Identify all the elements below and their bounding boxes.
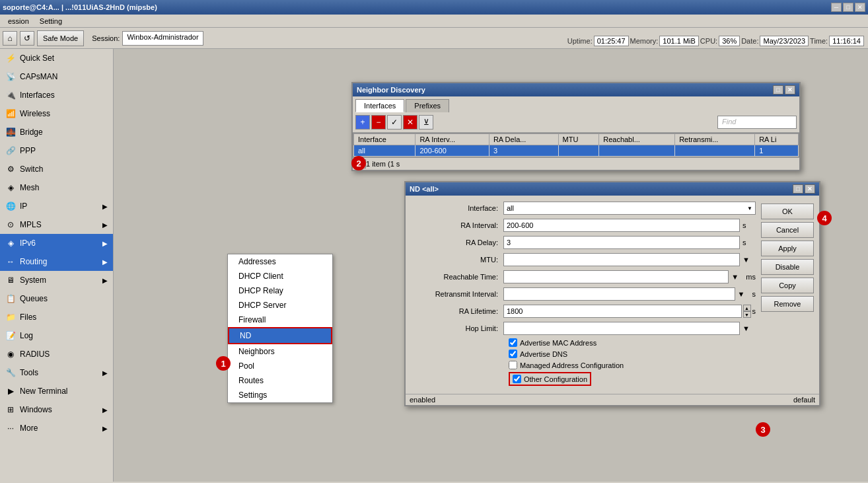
nd-table: Interface RA Interv... RA Dela... MTU Re… [353,133,799,157]
sidebar-item-queues[interactable]: 📋 Queues [0,289,113,308]
session-input[interactable]: Winbox-Administrador [122,31,203,46]
sidebar-item-mesh[interactable]: ◈ Mesh [0,178,113,197]
menu-bar: ession Setting [0,15,868,28]
memory-value: 101.1 MiB [659,36,699,46]
sidebar-item-new-terminal[interactable]: ▶ New Terminal [0,382,113,400]
sidebar-item-ip[interactable]: 🌐 IP ▶ [0,197,113,215]
ok-button[interactable]: OK [761,204,814,219]
find-input[interactable]: Find [717,116,797,129]
copy-button[interactable]: Copy [761,278,814,293]
maximize-button[interactable]: □ [843,3,853,12]
advertise-mac-row: Advertise MAC Address [411,338,756,347]
sidebar-item-tools[interactable]: 🔧 Tools ▶ [0,363,113,382]
nd-minimize-button[interactable]: □ [773,85,783,94]
ipv6-icon: ◈ [5,238,16,248]
interface-select[interactable]: all ▼ [503,202,756,215]
sidebar-item-more[interactable]: ··· More ▶ [0,419,113,437]
hop-limit-label: Hop Limit: [411,324,503,332]
safe-mode-button[interactable]: Safe Mode [37,30,84,46]
managed-address-row: Managed Address Configuration [411,361,756,369]
dropdown-item-routes[interactable]: Routes [228,373,332,388]
sidebar-item-interfaces[interactable]: 🔌 Interfaces [0,86,113,104]
wireless-icon: 📶 [5,108,16,119]
tab-interfaces[interactable]: Interfaces [355,99,404,112]
apply-button[interactable]: Apply [761,241,814,256]
dropdown-item-pool[interactable]: Pool [228,359,332,373]
sidebar-item-windows[interactable]: ⊞ Windows ▶ [0,400,113,419]
dropdown-item-settings[interactable]: Settings [228,388,332,402]
nd-close-button[interactable]: ✕ [785,85,795,94]
advertise-mac-checkbox[interactable] [509,338,517,347]
sidebar-item-radius[interactable]: ◉ RADIUS [0,345,113,363]
advertise-dns-checkbox[interactable] [509,350,517,358]
sidebar-item-mpls[interactable]: ⊙ MPLS ▶ [0,215,113,234]
sidebar-item-system[interactable]: 🖥 System ▶ [0,271,113,289]
mtu-input[interactable] [503,253,740,266]
sidebar-item-bridge[interactable]: 🌉 Bridge [0,123,113,141]
add-button[interactable]: + [355,115,370,130]
ra-interval-input[interactable] [503,219,740,232]
remove-button[interactable]: Remove [761,296,814,312]
ra-lifetime-up[interactable]: ▲ [743,305,751,311]
more-icon: ··· [5,423,16,433]
sidebar-item-ppp[interactable]: 🔗 PPP [0,141,113,160]
col-header-retransmit: Retransmi... [675,134,755,145]
routing-icon: ↔ [5,256,16,267]
content-area: Addresses DHCP Client DHCP Relay DHCP Se… [114,49,868,482]
sidebar-item-routing[interactable]: ↔ Routing ▶ [0,252,113,271]
nd-detail-minimize[interactable]: □ [793,184,803,194]
mtu-row: MTU: ▼ [411,252,756,267]
sidebar-item-ipv6[interactable]: ◈ IPv6 ▶ [0,234,113,252]
other-config-checkbox[interactable] [513,375,521,383]
sidebar-item-label: Log [20,331,33,340]
filter-button[interactable]: ⊻ [419,115,433,130]
cancel-toolbar-button[interactable]: ✕ [403,115,417,130]
sidebar-item-switch[interactable]: ⚙ Switch [0,160,113,178]
refresh-button[interactable]: ↺ [20,31,34,46]
minimize-button[interactable]: ─ [831,3,842,12]
check-button[interactable]: ✓ [387,115,402,130]
ra-lifetime-unit: s [752,307,756,315]
retransmit-input[interactable] [503,287,735,301]
dropdown-item-dhcp-client[interactable]: DHCP Client [228,269,332,283]
ra-lifetime-input[interactable] [503,305,742,318]
nd-detail-close[interactable]: ✕ [805,184,815,194]
dropdown-item-firewall[interactable]: Firewall [228,313,332,327]
sidebar-item-label: MPLS [20,220,42,229]
nd-window-titlebar: Neighbor Discovery □ ✕ [353,83,799,96]
nd-status-row: ◄ 1 item (1 s [353,157,799,170]
dropdown-item-dhcp-server[interactable]: DHCP Server [228,298,332,313]
disable-button[interactable]: Disable [761,259,814,275]
uptime-value: 01:25:47 [594,36,629,46]
interface-dropdown-icon: ▼ [747,205,752,211]
ra-lifetime-down[interactable]: ▼ [743,311,751,318]
dropdown-item-addresses[interactable]: Addresses [228,254,332,269]
delete-button[interactable]: − [371,115,386,130]
home-icon[interactable]: ⌂ [3,31,17,46]
sidebar-item-quick-set[interactable]: ⚡ Quick Set [0,49,113,67]
menu-session[interactable]: ession [3,16,34,26]
tab-prefixes[interactable]: Prefixes [406,99,449,112]
dropdown-item-neighbors[interactable]: Neighbors [228,344,332,359]
ra-interval-row: RA Interval: s [411,218,756,233]
cpu-label: CPU: [700,37,717,45]
ra-lifetime-label: RA Lifetime: [411,307,503,315]
queues-icon: 📋 [5,293,16,304]
close-button[interactable]: ✕ [855,3,865,12]
dropdown-item-dhcp-relay[interactable]: DHCP Relay [228,283,332,298]
table-row[interactable]: all 200-600 3 1 [354,145,799,157]
annotation-badge-2: 2 [351,156,366,170]
ra-delay-unit: s [742,239,756,246]
sidebar-item-wireless[interactable]: 📶 Wireless [0,104,113,123]
managed-address-checkbox[interactable] [509,361,517,369]
dropdown-item-nd[interactable]: ND [228,327,332,344]
ra-delay-input[interactable] [503,236,740,249]
cancel-button[interactable]: Cancel [761,222,814,238]
sidebar-item-log[interactable]: 📝 Log [0,326,113,345]
sidebar-item-capsman[interactable]: 📡 CAPsMAN [0,67,113,86]
menu-setting[interactable]: Setting [34,16,67,26]
hop-limit-input[interactable] [503,322,740,335]
col-header-ra-interval: RA Interv... [416,134,489,145]
sidebar-item-files[interactable]: 📁 Files [0,308,113,326]
reachable-time-input[interactable] [503,270,729,283]
